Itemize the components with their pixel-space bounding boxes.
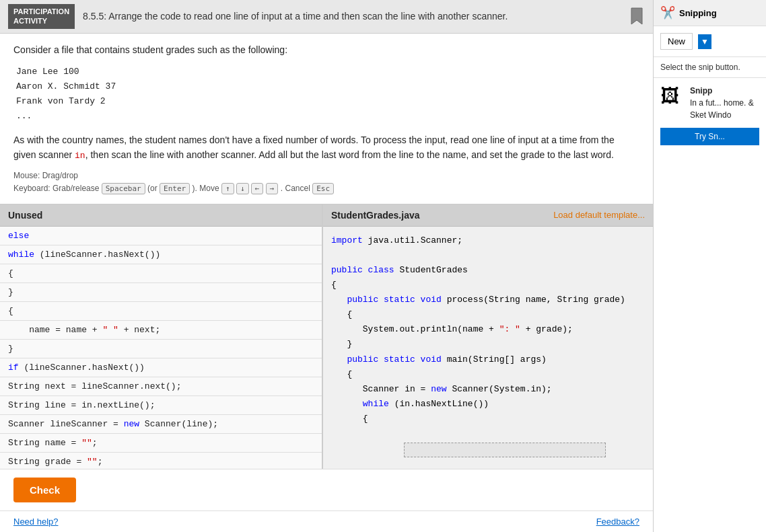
code-item-string-next[interactable]: String next = lineScanner.next();	[0, 377, 322, 396]
up-key: ↑	[221, 183, 234, 194]
code-sample-line: ...	[16, 109, 639, 124]
participation-badge: PARTICIPATION ACTIVITY	[8, 4, 75, 29]
panels-container: Unused else while (lineScanner.hasNext()…	[0, 204, 653, 469]
check-bar: Check	[0, 469, 653, 510]
snip-app-name-text: Snipp	[690, 86, 712, 96]
code-line: public class StudentGrades	[331, 263, 645, 278]
filename-label: StudentGrades.java	[331, 210, 420, 221]
down-key: ↓	[236, 183, 249, 194]
enter-key: Enter	[160, 183, 190, 194]
snipping-header: ✂️ Snipping	[654, 0, 766, 26]
new-dropdown-button[interactable]: ▼	[698, 34, 711, 49]
code-item-open-brace1[interactable]: {	[0, 264, 322, 283]
code-item-close-brace1[interactable]: }	[0, 283, 322, 302]
right-key: →	[266, 183, 279, 194]
code-item-open-brace2[interactable]: {	[0, 302, 322, 321]
inline-code-in: in	[75, 151, 85, 161]
new-btn-area: New ▼	[654, 26, 766, 57]
svg-marker-0	[631, 8, 642, 24]
code-line: {	[331, 412, 645, 426]
code-sample-line: Frank von Tardy 2	[16, 94, 639, 109]
code-item-scanner-line[interactable]: Scanner lineScanner = new Scanner(line);	[0, 415, 322, 434]
spacebar-key: Spacebar	[102, 183, 145, 194]
snipping-title: Snipping	[679, 8, 717, 18]
problem-intro: Consider a file that contains student gr…	[13, 44, 639, 55]
code-line: import java.util.Scanner;	[331, 233, 645, 248]
code-sample-line: Aaron X. Schmidt 37	[16, 79, 639, 94]
code-item-else[interactable]: else	[0, 227, 322, 245]
code-line: public static void main(String[] args)	[331, 352, 645, 367]
unused-code-list[interactable]: else while (lineScanner.hasNext()) { } {…	[0, 227, 322, 469]
snip-app-desc: In a fut... home. & Sket Windo	[690, 98, 754, 120]
keyboard-instructions: Keyboard: Grab/release Spacebar (or Ente…	[13, 183, 639, 194]
new-button[interactable]: New	[660, 33, 693, 50]
left-panel: Unused else while (lineScanner.hasNext()…	[0, 204, 323, 469]
snip-logo-area: 🖼 Snipp In a fut... home. & Sket Windo	[654, 78, 766, 128]
footer-bar: Need help? Feedback?	[0, 510, 653, 532]
load-template-link[interactable]: Load default template...	[553, 210, 645, 220]
check-button[interactable]: Check	[13, 478, 76, 502]
header-bar: PARTICIPATION ACTIVITY 8.5.5: Arrange th…	[0, 0, 653, 34]
mouse-instructions: Mouse: Drag/drop	[13, 171, 639, 180]
bookmark-icon	[629, 7, 645, 26]
code-line: Scanner in = new Scanner(System.in);	[331, 382, 645, 397]
code-sample-line: Jane Lee 100	[16, 65, 639, 79]
code-item-string-name[interactable]: String name = "";	[0, 434, 322, 453]
code-item-string-grade[interactable]: String grade = "";	[0, 453, 322, 469]
code-line: public static void process(String name, …	[331, 293, 645, 307]
snip-app-logo: 🖼	[660, 85, 685, 109]
snipping-tool-icon: ✂️	[660, 5, 675, 20]
code-line: {	[331, 367, 645, 382]
left-key: ←	[251, 183, 264, 194]
code-line: while (in.hasNextLine())	[331, 397, 645, 412]
code-line: {	[331, 278, 645, 293]
unused-scroll-wrapper: else while (lineScanner.hasNext()) { } {…	[0, 227, 322, 469]
java-code-area: import java.util.Scanner; public class S…	[323, 227, 653, 469]
right-panel: StudentGrades.java Load default template…	[323, 204, 653, 469]
feedback-link[interactable]: Feedback?	[596, 517, 639, 527]
try-snip-button[interactable]: Try Sn...	[660, 128, 759, 145]
code-line-blank	[331, 248, 645, 263]
snip-instructions: Select the snip button.	[654, 57, 766, 78]
code-line: System.out.println(name + ": " + grade);	[331, 322, 645, 337]
esc-key: Esc	[312, 183, 334, 194]
java-panel-header: StudentGrades.java Load default template…	[323, 204, 653, 227]
problem-description: As with the country names, the student n…	[13, 133, 639, 163]
code-sample: Jane Lee 100 Aaron X. Schmidt 37 Frank v…	[13, 65, 639, 124]
code-item-string-line[interactable]: String line = in.nextLine();	[0, 396, 322, 415]
snipping-sidebar: ✂️ Snipping New ▼ Select the snip button…	[653, 0, 766, 532]
code-item-if[interactable]: if (lineScanner.hasNext())	[0, 358, 322, 377]
need-help-link[interactable]: Need help?	[13, 517, 59, 527]
snip-app-name: Snipp In a fut... home. & Sket Windo	[690, 85, 759, 121]
code-line: }	[331, 337, 645, 352]
activity-title: 8.5.5: Arrange the code to read one line…	[83, 11, 623, 22]
code-line: {	[331, 307, 645, 322]
code-item-name-concat[interactable]: name = name + " " + next;	[0, 321, 322, 340]
inner-drop-zone[interactable]	[404, 443, 606, 457]
code-item-while[interactable]: while (lineScanner.hasNext())	[0, 245, 322, 264]
problem-area: Consider a file that contains student gr…	[0, 34, 653, 204]
code-item-close-brace2[interactable]: }	[0, 340, 322, 358]
unused-panel-header: Unused	[0, 204, 322, 227]
code-drop-zone[interactable]	[351, 426, 645, 469]
main-content: PARTICIPATION ACTIVITY 8.5.5: Arrange th…	[0, 0, 653, 532]
